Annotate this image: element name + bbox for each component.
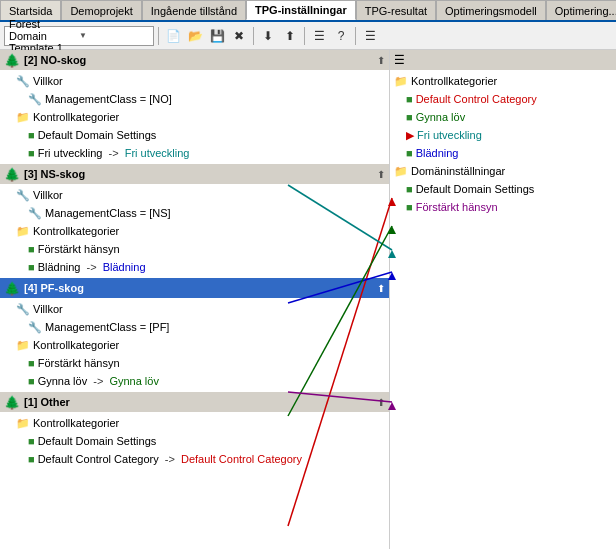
main-content: 🌲 [2] NO-skog ⬆ 🔧 Villkor 🔧 ManagementCl… [0, 50, 616, 549]
right-green-5: ■ [406, 183, 413, 195]
category-group-icon: 📁 [16, 111, 30, 124]
bladning-ns[interactable]: ■ Blädning -> Blädning [0, 258, 389, 276]
right-tree: 📁 Kontrollkategorier ■ Default Control C… [390, 70, 616, 218]
default-domain-other[interactable]: ■ Default Domain Settings [0, 432, 389, 450]
section-title-no: [2] NO-skog [24, 54, 377, 66]
right-kontroll-header[interactable]: 📁 Kontrollkategorier [390, 72, 616, 90]
villkor-pf[interactable]: 🔧 Villkor [0, 300, 389, 318]
condition-group-icon-ns: 🔧 [16, 189, 30, 202]
right-domain-inst-label: Domäninställningar [411, 165, 505, 177]
section-title-other: [1] Other [24, 396, 377, 408]
toolbar-separator-2 [253, 27, 254, 45]
right-gynna-lov[interactable]: ■ Gynna löv [390, 108, 616, 126]
tree-icon-ns: 🌲 [4, 167, 20, 182]
collapse-pf-icon[interactable]: ⬆ [377, 283, 385, 294]
tab-optimering[interactable]: Optimering... [546, 0, 616, 20]
default-control-other[interactable]: ■ Default Control Category -> Default Co… [0, 450, 389, 468]
right-default-domain[interactable]: ■ Default Domain Settings [390, 180, 616, 198]
mgmt-class-ns[interactable]: 🔧 ManagementClass = [NS] [0, 204, 389, 222]
collapse-other-icon[interactable]: ⬆ [377, 397, 385, 408]
section-no-skog[interactable]: 🌲 [2] NO-skog ⬆ [0, 50, 389, 70]
right-forstärkt-label: Förstärkt hänsyn [416, 201, 498, 213]
template-label: Forest Domain Template 1 [9, 18, 79, 54]
right-toolbar-icon: ☰ [394, 53, 405, 67]
right-green-2: ■ [406, 111, 413, 123]
toolbar-separator-3 [304, 27, 305, 45]
right-forstärkt[interactable]: ■ Förstärkt hänsyn [390, 198, 616, 216]
toolbar-separator-4 [355, 27, 356, 45]
condition-group-icon: 🔧 [16, 75, 30, 88]
right-kontroll-label: Kontrollkategorier [411, 75, 497, 87]
tab-bar: Startsida Demoprojekt Ingående tillstånd… [0, 0, 616, 22]
green-sq-icon-other2: ■ [28, 453, 35, 465]
tab-ingaende[interactable]: Ingående tillstånd [142, 0, 246, 20]
green-sq-icon-other: ■ [28, 435, 35, 447]
tab-optimeringsmodell[interactable]: Optimeringsmodell [436, 0, 546, 20]
green-sq-icon-pf2: ■ [28, 375, 35, 387]
new-button[interactable]: 📄 [163, 26, 183, 46]
section-ns-skog[interactable]: 🌲 [3] NS-skog ⬆ [0, 164, 389, 184]
section-pf-skog[interactable]: 🌲 [4] PF-skog ⬆ [0, 278, 389, 298]
right-category-icon: 📁 [394, 75, 408, 88]
template-dropdown[interactable]: Forest Domain Template 1 ▼ [4, 26, 154, 46]
green-sq-icon-pf: ■ [28, 357, 35, 369]
list-button[interactable]: ☰ [309, 26, 329, 46]
ns-skog-tree: 🔧 Villkor 🔧 ManagementClass = [NS] 📁 Kon… [0, 184, 389, 278]
villkor-no[interactable]: 🔧 Villkor [0, 72, 389, 90]
menu-button[interactable]: ☰ [360, 26, 380, 46]
right-domain-inst-icon: 📁 [394, 165, 408, 178]
right-bladning-label: Blädning [416, 147, 459, 159]
right-fri-utveck-label: Fri utveckling [417, 129, 482, 141]
tab-tpg-resultat[interactable]: TPG-resultat [356, 0, 436, 20]
green-sq-icon-2: ■ [28, 147, 35, 159]
tree-icon-no: 🌲 [4, 53, 20, 68]
forstärkt-pf[interactable]: ■ Förstärkt hänsyn [0, 354, 389, 372]
help-button[interactable]: ? [331, 26, 351, 46]
right-gynna-lov-label: Gynna löv [416, 111, 466, 123]
condition-group-icon-pf: 🔧 [16, 303, 30, 316]
left-panel: 🌲 [2] NO-skog ⬆ 🔧 Villkor 🔧 ManagementCl… [0, 50, 390, 549]
kategori-no[interactable]: 📁 Kontrollkategorier [0, 108, 389, 126]
section-title-ns: [3] NS-skog [24, 168, 377, 180]
tree-icon-other: 🌲 [4, 395, 20, 410]
right-green-4: ■ [406, 147, 413, 159]
save-button[interactable]: 💾 [207, 26, 227, 46]
toolbar: Forest Domain Template 1 ▼ 📄 📂 💾 ✖ ⬇ ⬆ ☰… [0, 22, 616, 50]
kategori-other[interactable]: 📁 Kontrollkategorier [0, 414, 389, 432]
category-group-icon-pf: 📁 [16, 339, 30, 352]
mgmt-class-no[interactable]: 🔧 ManagementClass = [NO] [0, 90, 389, 108]
right-panel: ☰ 📁 Kontrollkategorier ■ Default Control… [390, 50, 616, 549]
right-green-3: ▶ [406, 129, 414, 142]
kategori-pf[interactable]: 📁 Kontrollkategorier [0, 336, 389, 354]
fri-utveckling-no[interactable]: ■ Fri utveckling -> Fri utveckling [0, 144, 389, 162]
right-section-header: ☰ [390, 50, 616, 70]
down-button[interactable]: ⬇ [258, 26, 278, 46]
right-default-control[interactable]: ■ Default Control Category [390, 90, 616, 108]
villkor-ns[interactable]: 🔧 Villkor [0, 186, 389, 204]
gynna-lov-pf[interactable]: ■ Gynna löv -> Gynna löv [0, 372, 389, 390]
collapse-no-icon[interactable]: ⬆ [377, 55, 385, 66]
green-sq-icon-ns2: ■ [28, 261, 35, 273]
default-domain-no[interactable]: ■ Default Domain Settings [0, 126, 389, 144]
category-group-icon-ns: 📁 [16, 225, 30, 238]
right-bladning[interactable]: ■ Blädning [390, 144, 616, 162]
collapse-ns-icon[interactable]: ⬆ [377, 169, 385, 180]
other-tree: 📁 Kontrollkategorier ■ Default Domain Se… [0, 412, 389, 470]
right-green-6: ■ [406, 201, 413, 213]
kategori-ns[interactable]: 📁 Kontrollkategorier [0, 222, 389, 240]
forstärkt-ns[interactable]: ■ Förstärkt hänsyn [0, 240, 389, 258]
up-button[interactable]: ⬆ [280, 26, 300, 46]
right-domain-inst[interactable]: 📁 Domäninställningar [390, 162, 616, 180]
condition-icon-ns: 🔧 [28, 207, 42, 220]
delete-button[interactable]: ✖ [229, 26, 249, 46]
open-button[interactable]: 📂 [185, 26, 205, 46]
condition-icon: 🔧 [28, 93, 42, 106]
green-sq-icon: ■ [28, 129, 35, 141]
tree-icon-pf: 🌲 [4, 281, 20, 296]
green-sq-icon-ns: ■ [28, 243, 35, 255]
section-other[interactable]: 🌲 [1] Other ⬆ [0, 392, 389, 412]
pf-skog-tree: 🔧 Villkor 🔧 ManagementClass = [PF] 📁 Kon… [0, 298, 389, 392]
tab-tpg-installningar[interactable]: TPG-inställningar [246, 0, 356, 20]
mgmt-class-pf[interactable]: 🔧 ManagementClass = [PF] [0, 318, 389, 336]
right-fri-utveck[interactable]: ▶ Fri utveckling [390, 126, 616, 144]
